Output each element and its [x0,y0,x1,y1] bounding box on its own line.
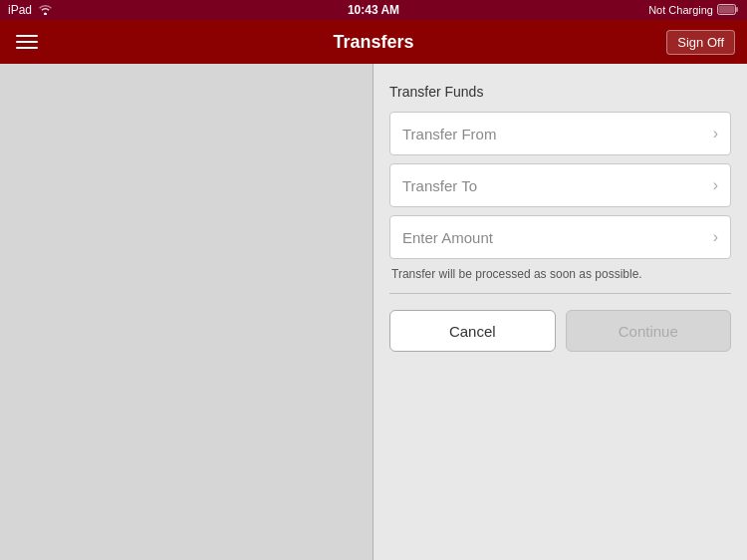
continue-button: Continue [566,310,732,352]
nav-bar: Transfers Sign Off [0,20,747,64]
status-time: 10:43 AM [348,3,399,17]
transfer-from-label: Transfer From [402,126,496,142]
svg-rect-2 [736,7,738,12]
divider [389,293,731,294]
wifi-icon [38,3,53,18]
status-bar: iPad 10:43 AM Not Charging [0,0,747,20]
main-layout: Transfer Funds Transfer From › Transfer … [0,64,747,560]
status-left: iPad [8,3,53,18]
enter-amount-label: Enter Amount [402,229,493,246]
enter-amount-field[interactable]: Enter Amount › [389,215,731,259]
transfer-to-field[interactable]: Transfer To › [389,163,731,207]
transfer-to-chevron-icon: › [713,176,718,194]
device-label: iPad [8,3,32,17]
charging-label: Not Charging [648,4,713,16]
sidebar [0,64,374,560]
section-title: Transfer Funds [389,84,731,100]
battery-icon [717,4,739,17]
status-right: Not Charging [648,4,739,17]
button-row: Cancel Continue [389,310,731,352]
hamburger-line [16,35,38,37]
content-panel: Transfer Funds Transfer From › Transfer … [374,64,747,560]
sign-off-button[interactable]: Sign Off [666,30,735,55]
enter-amount-chevron-icon: › [713,228,718,246]
hamburger-line [16,41,38,43]
transfer-to-label: Transfer To [402,177,477,194]
svg-rect-1 [719,5,735,13]
transfer-from-field[interactable]: Transfer From › [389,112,731,155]
info-text: Transfer will be processed as soon as po… [389,267,731,281]
cancel-button[interactable]: Cancel [389,310,556,352]
transfer-from-chevron-icon: › [713,125,718,142]
menu-button[interactable] [12,31,42,53]
hamburger-line [16,47,38,49]
page-title: Transfers [333,32,413,53]
